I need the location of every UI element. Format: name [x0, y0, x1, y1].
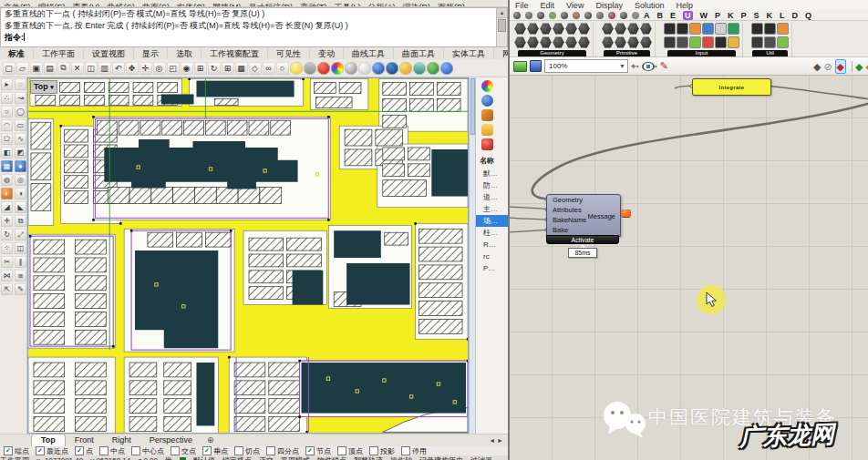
category-tab-icon[interactable]	[584, 12, 592, 19]
join-icon[interactable]: ⋈	[1, 270, 13, 281]
control-points-icon[interactable]: ∴	[1, 92, 13, 104]
plugin-tab-U[interactable]: U	[683, 11, 693, 20]
input-geometry[interactable]: Geometry	[553, 197, 583, 204]
plugin-tab-W[interactable]: W	[700, 11, 708, 20]
viewport-label[interactable]: Top ▾	[30, 80, 57, 94]
polygon-icon[interactable]: ⬠	[1, 133, 13, 145]
scroll-up-icon[interactable]: ▲	[497, 8, 507, 18]
view-tab-front[interactable]: Front	[66, 434, 103, 446]
save-icon[interactable]: ▣	[30, 62, 43, 75]
split-icon[interactable]: ∥	[15, 256, 26, 268]
osnap-垂点[interactable]: ✓垂点	[202, 446, 228, 455]
osnap-投影[interactable]: 投影	[369, 446, 395, 455]
view-tab-top[interactable]: Top	[31, 434, 66, 446]
toolbar-tab-9[interactable]: 曲面工具	[394, 48, 444, 59]
osnap-节点[interactable]: ✓节点	[305, 446, 331, 455]
link-icon[interactable]	[413, 62, 426, 75]
color-wheel-icon[interactable]	[331, 62, 344, 75]
checkbox[interactable]	[337, 446, 346, 455]
category-tab-icon[interactable]	[632, 12, 639, 19]
component-icon[interactable]	[615, 23, 626, 35]
zoom-selected-icon[interactable]: ◉	[181, 62, 193, 75]
toggle-锁定格点[interactable]: 锁定格点	[222, 456, 252, 460]
zoom-level-select[interactable]: 100%▼	[544, 59, 628, 73]
checkbox[interactable]	[266, 446, 275, 455]
component-icon[interactable]	[627, 23, 639, 35]
rendered-mode-icon[interactable]	[372, 62, 385, 75]
pencil-icon[interactable]	[481, 109, 493, 121]
layer-row[interactable]: P…	[476, 262, 509, 274]
circle-icon[interactable]: ○	[1, 106, 13, 118]
osnap-中心点[interactable]: 中心点	[131, 446, 164, 455]
plugin-tab-E[interactable]: E	[670, 11, 676, 20]
earth-icon[interactable]	[427, 62, 439, 75]
pan-icon[interactable]: ✥	[126, 62, 139, 75]
toolbar-tab-6[interactable]: 可见性	[268, 48, 310, 59]
layer-row[interactable]: rc	[476, 250, 509, 262]
layer-row[interactable]: 默…	[476, 168, 509, 179]
mirror-icon[interactable]: ◫	[15, 242, 26, 254]
layer-row[interactable]: 场…	[476, 215, 509, 227]
component-icon[interactable]	[715, 23, 727, 35]
toolbar-tab-2[interactable]: 设置视图	[84, 48, 134, 59]
boolean-difference-icon[interactable]: ◑	[15, 188, 26, 199]
menu-item-edit[interactable]: Edit	[541, 1, 555, 10]
measure-icon[interactable]: ⇱	[1, 283, 13, 295]
toolbar-tab-3[interactable]: 显示	[134, 48, 168, 59]
component-icon[interactable]	[689, 23, 701, 35]
component-icon[interactable]	[540, 36, 552, 48]
object-snap-icon[interactable]: ◇	[249, 62, 262, 75]
preview-green-icon[interactable]: ◆	[855, 60, 863, 73]
folder-icon[interactable]	[481, 124, 493, 136]
menu-item-view[interactable]: View	[566, 1, 584, 10]
component-icon[interactable]	[640, 36, 652, 48]
category-tab-icon[interactable]	[596, 12, 604, 19]
lock-icon[interactable]	[304, 62, 316, 75]
torus-icon[interactable]: ◎	[15, 174, 26, 186]
component-icon[interactable]	[565, 36, 577, 48]
category-tab-icon[interactable]	[608, 12, 615, 19]
plugin-tab-P[interactable]: P	[741, 11, 747, 20]
component-icon[interactable]	[751, 36, 763, 48]
toolbar-tab-8[interactable]: 曲线工具	[344, 48, 394, 59]
checkbox[interactable]: ✓	[36, 446, 45, 455]
layer-row[interactable]: 主…	[476, 203, 509, 215]
menu-item-help[interactable]: Help	[676, 1, 693, 10]
input-bakename[interactable]: BakeName	[553, 217, 586, 224]
render-icon[interactable]	[481, 95, 493, 107]
component-icon[interactable]	[615, 36, 626, 48]
gumball-icon[interactable]: ✛	[140, 62, 152, 75]
rotate-view-icon[interactable]: ↻	[208, 62, 221, 75]
ellipse-icon[interactable]: ◯	[15, 106, 26, 118]
component-icon[interactable]	[565, 23, 577, 35]
bake-component[interactable]: Geometry Attributes BakeName Bake Messag…	[546, 194, 621, 237]
group-label-util[interactable]: Util	[752, 50, 788, 56]
component-icon[interactable]	[777, 23, 789, 35]
layer-row[interactable]: 道…	[476, 191, 509, 203]
component-icon[interactable]	[527, 36, 539, 48]
group-label-geometry[interactable]: Geometry	[518, 50, 586, 56]
plugin-tab-Q[interactable]: Q	[805, 11, 811, 20]
component-icon[interactable]	[514, 36, 526, 48]
new-file-icon[interactable]: ▢	[3, 62, 16, 75]
checkbox[interactable]	[369, 446, 378, 455]
select-arrow-icon[interactable]: ▸	[1, 78, 13, 90]
ghosted-mode-icon[interactable]	[358, 62, 371, 75]
material-icon[interactable]	[481, 138, 493, 150]
zoom-extents-icon[interactable]: ⌖▾	[631, 60, 639, 73]
zoom-dynamic-icon[interactable]: ◎	[153, 62, 166, 75]
toolbar-tab-5[interactable]: 工作视窗配置	[202, 48, 268, 59]
analysis-icon[interactable]	[386, 62, 398, 75]
duplicate-icon[interactable]: ⧉	[57, 62, 70, 75]
component-icon[interactable]	[677, 36, 688, 48]
output-message[interactable]: Message	[588, 212, 615, 220]
component-icon[interactable]	[664, 23, 676, 35]
toolbar-tab-1[interactable]: 工作平面	[34, 48, 84, 59]
chevron-down-icon[interactable]: ▾	[50, 84, 54, 90]
checkbox[interactable]	[131, 446, 140, 455]
chevron-down-icon[interactable]: ▼	[619, 60, 627, 72]
toggle-平面模式[interactable]: 平面模式	[281, 456, 310, 460]
scale-icon[interactable]: ⤢	[15, 229, 26, 240]
undo-icon[interactable]: ↶	[112, 62, 125, 75]
toolbar-tab-4[interactable]: 选取	[168, 48, 202, 59]
